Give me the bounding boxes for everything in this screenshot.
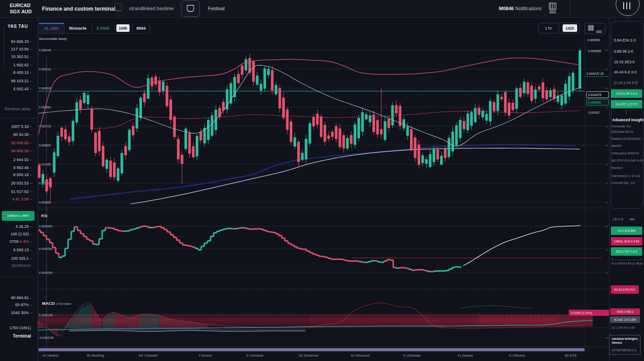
svg-text:0.905650: 0.905650 (587, 38, 600, 42)
svg-text:4: 4 (606, 68, 607, 71)
svg-text:A1 Elmwood: A1 Elmwood (351, 353, 369, 357)
svg-text:0.909385: 0.909385 (39, 201, 51, 204)
svg-text:1425: 1425 (566, 26, 574, 31)
svg-text:0.90302: 0.90302 (588, 111, 599, 114)
svg-text:8: 8 (606, 87, 607, 90)
svg-text:3: 3 (606, 182, 607, 185)
svg-text:0: 0 (606, 125, 607, 128)
svg-text:MACD | Increase: MACD | Increase (42, 301, 72, 306)
svg-text:Binnacle: Binnacle (69, 26, 87, 31)
svg-text:4: 4 (606, 314, 607, 316)
svg-text:AL USA: AL USA (44, 26, 59, 31)
svg-text:9 Source: 9 Source (199, 353, 212, 357)
svg-text:0.950210: 0.950210 (39, 68, 51, 71)
svg-text:2: 2 (606, 106, 607, 109)
svg-text:0.944395: 0.944395 (39, 87, 51, 90)
svg-text:0.909940: 0.909940 (588, 101, 601, 104)
svg-text:0.0000520: 0.0000520 (39, 225, 53, 228)
svg-text:A0 B.55: A0 B.55 (565, 353, 577, 357)
svg-text:0.921055: 0.921055 (39, 163, 51, 166)
svg-text:5: 5 (606, 49, 607, 52)
svg-text:0.0449: 0.0449 (96, 26, 109, 31)
svg-text:5: 5 (606, 337, 607, 339)
svg-text:0.994595: 0.994595 (588, 50, 601, 53)
svg-text:1 hr: 1 hr (545, 26, 552, 31)
svg-text:B1 Bunning: B1 Bunning (87, 353, 104, 357)
svg-text:100k: 100k (119, 26, 127, 31)
svg-text:0.0006 (0.19%): 0.0006 (0.19%) (571, 311, 592, 315)
svg-text:5: 5 (606, 201, 607, 204)
svg-text:A1 Havens: A1 Havens (42, 353, 59, 357)
svg-text:9 | Genuine: 9 | Genuine (246, 353, 264, 357)
svg-text:4 | Gerese: 4 | Gerese (458, 353, 473, 357)
svg-text:M1 Colavard: M1 Colavard (139, 353, 158, 357)
svg-text:0.0000260: 0.0000260 (39, 247, 53, 250)
svg-text:0.944470 30: 0.944470 30 (586, 72, 604, 75)
svg-text:RSI: RSI (41, 214, 47, 218)
svg-text:0.914479: 0.914479 (588, 93, 601, 96)
svg-text:B1 Donervan: B1 Donervan (299, 353, 318, 357)
svg-text:0.926890: 0.926890 (39, 144, 51, 147)
svg-text:0.0000000: 0.0000000 (39, 271, 53, 274)
svg-text:0.956045: 0.956045 (39, 49, 51, 52)
svg-text:5: 5 (606, 272, 607, 274)
svg-text:0: 0 (606, 249, 607, 251)
svg-text:5: 5 (606, 163, 607, 166)
svg-text:Accumulate away: Accumulate away (39, 37, 67, 41)
svg-text:8: 8 (606, 225, 607, 228)
svg-text:8504: 8504 (136, 26, 146, 31)
svg-text:9 | Stevens: 9 | Stevens (509, 353, 525, 357)
svg-text:4 | Extreads: 4 | Extreads (403, 353, 421, 357)
svg-text:8: 8 (606, 144, 607, 147)
